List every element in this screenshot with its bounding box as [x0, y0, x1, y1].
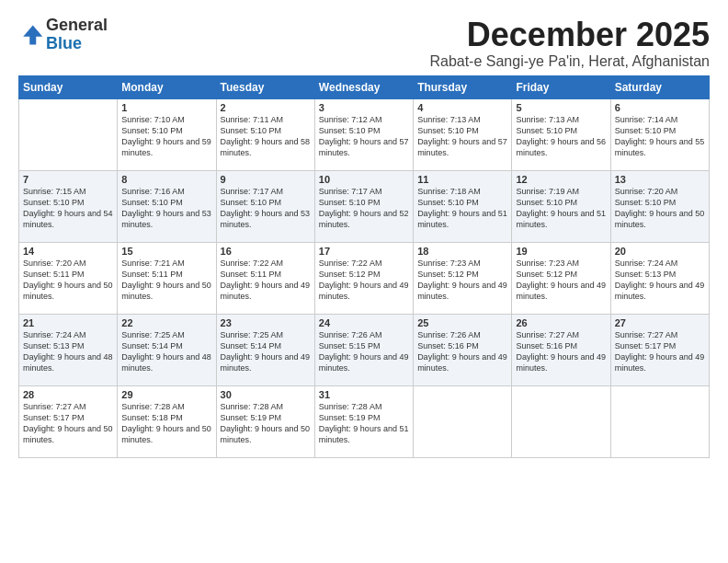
day-number: 6	[615, 102, 705, 113]
day-info: Sunrise: 7:19 AMSunset: 5:10 PMDaylight:…	[516, 186, 606, 231]
cell-w0-d3: 3Sunrise: 7:12 AMSunset: 5:10 PMDaylight…	[314, 98, 413, 170]
day-info: Sunrise: 7:25 AMSunset: 5:14 PMDaylight:…	[221, 329, 311, 374]
day-info: Sunrise: 7:27 AMSunset: 5:16 PMDaylight:…	[516, 329, 606, 374]
day-info: Sunrise: 7:13 AMSunset: 5:10 PMDaylight:…	[516, 114, 606, 159]
day-info: Sunrise: 7:27 AMSunset: 5:17 PMDaylight:…	[23, 401, 113, 446]
day-info: Sunrise: 7:28 AMSunset: 5:19 PMDaylight:…	[319, 401, 409, 446]
day-info: Sunrise: 7:28 AMSunset: 5:18 PMDaylight:…	[121, 401, 211, 446]
day-number: 31	[319, 389, 409, 400]
day-info: Sunrise: 7:23 AMSunset: 5:12 PMDaylight:…	[417, 258, 507, 303]
day-number: 18	[417, 246, 507, 257]
day-info: Sunrise: 7:23 AMSunset: 5:12 PMDaylight:…	[516, 258, 606, 303]
cell-w4-d0: 28Sunrise: 7:27 AMSunset: 5:17 PMDayligh…	[19, 385, 118, 457]
cell-w0-d6: 6Sunrise: 7:14 AMSunset: 5:10 PMDaylight…	[610, 98, 709, 170]
col-sunday: Sunday	[19, 75, 118, 98]
col-saturday: Saturday	[610, 75, 709, 98]
col-monday: Monday	[118, 75, 216, 98]
cell-w2-d3: 17Sunrise: 7:22 AMSunset: 5:12 PMDayligh…	[314, 242, 413, 314]
day-info: Sunrise: 7:21 AMSunset: 5:11 PMDaylight:…	[121, 258, 211, 303]
day-info: Sunrise: 7:20 AMSunset: 5:10 PMDaylight:…	[615, 186, 705, 231]
day-number: 2	[221, 102, 311, 113]
cell-w2-d1: 15Sunrise: 7:21 AMSunset: 5:11 PMDayligh…	[118, 242, 216, 314]
cell-w3-d5: 26Sunrise: 7:27 AMSunset: 5:16 PMDayligh…	[512, 314, 610, 385]
week-row-2: 14Sunrise: 7:20 AMSunset: 5:11 PMDayligh…	[19, 242, 710, 314]
day-info: Sunrise: 7:24 AMSunset: 5:13 PMDaylight:…	[23, 329, 113, 374]
day-number: 25	[417, 317, 507, 328]
cell-w1-d3: 10Sunrise: 7:17 AMSunset: 5:10 PMDayligh…	[314, 170, 413, 242]
day-info: Sunrise: 7:22 AMSunset: 5:12 PMDaylight:…	[319, 258, 409, 303]
day-info: Sunrise: 7:11 AMSunset: 5:10 PMDaylight:…	[221, 114, 311, 159]
day-number: 12	[516, 174, 606, 185]
day-number: 4	[417, 102, 507, 113]
week-row-0: 1Sunrise: 7:10 AMSunset: 5:10 PMDaylight…	[19, 98, 710, 170]
day-info: Sunrise: 7:14 AMSunset: 5:10 PMDaylight:…	[615, 114, 705, 159]
day-info: Sunrise: 7:17 AMSunset: 5:10 PMDaylight:…	[221, 186, 311, 231]
cell-w4-d5	[512, 385, 610, 457]
cell-w1-d1: 8Sunrise: 7:16 AMSunset: 5:10 PMDaylight…	[118, 170, 216, 242]
cell-w4-d6	[610, 385, 709, 457]
day-number: 8	[121, 174, 211, 185]
cell-w2-d0: 14Sunrise: 7:20 AMSunset: 5:11 PMDayligh…	[19, 242, 118, 314]
cell-w0-d2: 2Sunrise: 7:11 AMSunset: 5:10 PMDaylight…	[216, 98, 314, 170]
day-info: Sunrise: 7:16 AMSunset: 5:10 PMDaylight:…	[121, 186, 211, 231]
cell-w3-d4: 25Sunrise: 7:26 AMSunset: 5:16 PMDayligh…	[414, 314, 512, 385]
day-info: Sunrise: 7:26 AMSunset: 5:15 PMDaylight:…	[319, 329, 409, 374]
location-subtitle: Rabat-e Sangi-ye Pa'in, Herat, Afghanist…	[429, 53, 710, 70]
day-number: 11	[417, 174, 507, 185]
col-wednesday: Wednesday	[314, 75, 413, 98]
header-row: Sunday Monday Tuesday Wednesday Thursday…	[19, 75, 710, 98]
cell-w3-d6: 27Sunrise: 7:27 AMSunset: 5:17 PMDayligh…	[610, 314, 709, 385]
page: General Blue December 2025 Rabat-e Sangi…	[0, 0, 728, 563]
cell-w0-d0	[19, 98, 118, 170]
day-number: 28	[23, 389, 113, 400]
cell-w1-d0: 7Sunrise: 7:15 AMSunset: 5:10 PMDaylight…	[19, 170, 118, 242]
week-row-3: 21Sunrise: 7:24 AMSunset: 5:13 PMDayligh…	[19, 314, 710, 385]
cell-w4-d4	[414, 385, 512, 457]
col-friday: Friday	[512, 75, 610, 98]
logo-text: General Blue	[46, 17, 108, 53]
header: General Blue December 2025 Rabat-e Sangi…	[18, 17, 710, 70]
day-number: 29	[121, 389, 211, 400]
day-number: 13	[615, 174, 705, 185]
week-row-1: 7Sunrise: 7:15 AMSunset: 5:10 PMDaylight…	[19, 170, 710, 242]
day-number: 7	[23, 174, 113, 185]
cell-w0-d4: 4Sunrise: 7:13 AMSunset: 5:10 PMDaylight…	[414, 98, 512, 170]
col-tuesday: Tuesday	[216, 75, 314, 98]
day-info: Sunrise: 7:20 AMSunset: 5:11 PMDaylight:…	[23, 258, 113, 303]
cell-w1-d5: 12Sunrise: 7:19 AMSunset: 5:10 PMDayligh…	[512, 170, 610, 242]
day-info: Sunrise: 7:25 AMSunset: 5:14 PMDaylight:…	[121, 329, 211, 374]
day-number: 14	[23, 246, 113, 257]
day-info: Sunrise: 7:27 AMSunset: 5:17 PMDaylight:…	[615, 329, 705, 374]
cell-w2-d6: 20Sunrise: 7:24 AMSunset: 5:13 PMDayligh…	[610, 242, 709, 314]
cell-w3-d2: 23Sunrise: 7:25 AMSunset: 5:14 PMDayligh…	[216, 314, 314, 385]
day-number: 19	[516, 246, 606, 257]
day-number: 23	[221, 317, 311, 328]
day-number: 26	[516, 317, 606, 328]
calendar-table: Sunday Monday Tuesday Wednesday Thursday…	[18, 75, 710, 458]
week-row-4: 28Sunrise: 7:27 AMSunset: 5:17 PMDayligh…	[19, 385, 710, 457]
day-number: 9	[221, 174, 311, 185]
logo-blue: Blue	[46, 34, 82, 52]
cell-w2-d4: 18Sunrise: 7:23 AMSunset: 5:12 PMDayligh…	[414, 242, 512, 314]
day-number: 10	[319, 174, 409, 185]
day-number: 24	[319, 317, 409, 328]
day-number: 20	[615, 246, 705, 257]
cell-w0-d5: 5Sunrise: 7:13 AMSunset: 5:10 PMDaylight…	[512, 98, 610, 170]
cell-w4-d2: 30Sunrise: 7:28 AMSunset: 5:19 PMDayligh…	[216, 385, 314, 457]
svg-marker-0	[23, 25, 42, 44]
day-info: Sunrise: 7:26 AMSunset: 5:16 PMDaylight:…	[417, 329, 507, 374]
cell-w3-d3: 24Sunrise: 7:26 AMSunset: 5:15 PMDayligh…	[314, 314, 413, 385]
day-info: Sunrise: 7:13 AMSunset: 5:10 PMDaylight:…	[417, 114, 507, 159]
day-number: 30	[221, 389, 311, 400]
logo: General Blue	[18, 17, 108, 53]
logo-general: General	[46, 16, 108, 34]
logo-icon	[18, 22, 44, 48]
day-number: 21	[23, 317, 113, 328]
cell-w2-d2: 16Sunrise: 7:22 AMSunset: 5:11 PMDayligh…	[216, 242, 314, 314]
day-number: 16	[221, 246, 311, 257]
day-info: Sunrise: 7:22 AMSunset: 5:11 PMDaylight:…	[221, 258, 311, 303]
month-title: December 2025	[429, 17, 710, 53]
day-info: Sunrise: 7:18 AMSunset: 5:10 PMDaylight:…	[417, 186, 507, 231]
cell-w1-d4: 11Sunrise: 7:18 AMSunset: 5:10 PMDayligh…	[414, 170, 512, 242]
cell-w4-d1: 29Sunrise: 7:28 AMSunset: 5:18 PMDayligh…	[118, 385, 216, 457]
